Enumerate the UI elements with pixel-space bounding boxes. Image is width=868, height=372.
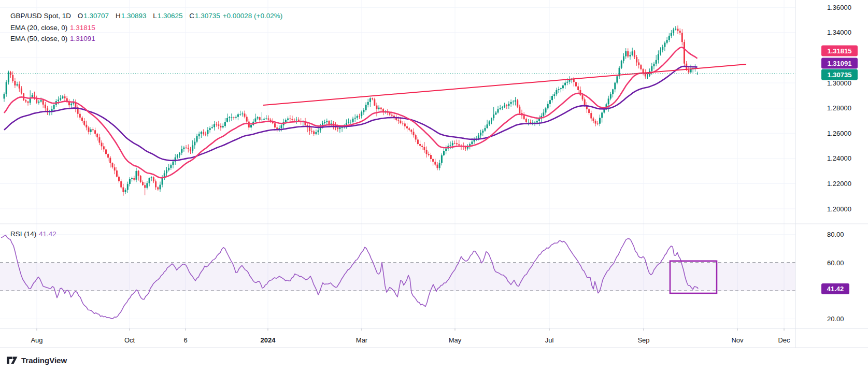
svg-text:1.34000: 1.34000 [827, 28, 851, 36]
svg-text:20.00: 20.00 [827, 315, 844, 323]
svg-text:Sep: Sep [637, 336, 649, 344]
ema50-legend-row[interactable]: EMA (50, close, 0) 1.31091 [10, 34, 95, 43]
svg-text:Jul: Jul [545, 336, 554, 344]
rsi-band [0, 263, 795, 291]
rsi-badge: 41.42 [821, 283, 849, 294]
rsi-legend-row[interactable]: RSI (14) 41.42 [10, 230, 56, 238]
price-badge: 1.31091 [821, 58, 858, 69]
close-value: 1.30735 [195, 12, 220, 20]
svg-text:Oct: Oct [124, 336, 135, 344]
tradingview-logo[interactable]: TradingView [7, 355, 67, 365]
svg-text:1.26000: 1.26000 [827, 130, 851, 137]
ema20-legend-row[interactable]: EMA (20, close, 0) 1.31815 [10, 23, 95, 32]
svg-text:Aug: Aug [31, 336, 42, 344]
ema50-line[interactable] [4, 66, 698, 161]
panel-borders [0, 0, 868, 348]
svg-text:1.24000: 1.24000 [827, 154, 851, 162]
low-key: L [153, 12, 157, 20]
trendline-drawing[interactable] [263, 64, 746, 105]
price-scale[interactable]: 1.360001.340001.300001.280001.260001.240… [821, 4, 858, 323]
symbol-legend-row[interactable]: GBP/USD Spot, 1D O1.30707 H1.30893 L1.30… [10, 11, 282, 20]
svg-text:1.22000: 1.22000 [827, 180, 851, 188]
svg-text:Nov: Nov [731, 336, 744, 344]
svg-text:41.42: 41.42 [827, 285, 844, 293]
svg-text:2024: 2024 [261, 336, 276, 344]
svg-text:Mar: Mar [356, 336, 368, 344]
svg-text:80.00: 80.00 [827, 231, 844, 238]
change-value: +0.00028 (+0.02%) [223, 12, 283, 20]
close-key: C [189, 12, 194, 20]
high-value: 1.30893 [121, 12, 147, 20]
time-scale[interactable]: AugOct62024MarMayJulSepNovDec [31, 328, 790, 344]
svg-text:1.30000: 1.30000 [827, 79, 851, 87]
open-key: O [78, 12, 83, 20]
rsi-label: RSI (14) [10, 230, 36, 238]
svg-text:6: 6 [183, 336, 187, 344]
svg-text:May: May [449, 336, 462, 344]
ema50-value: 1.31091 [70, 35, 95, 42]
svg-text:1.28000: 1.28000 [827, 104, 851, 112]
price-badge: 1.31815 [821, 46, 858, 56]
svg-text:1.30735: 1.30735 [828, 71, 852, 79]
svg-text:1.20000: 1.20000 [827, 205, 851, 213]
svg-text:1.31091: 1.31091 [828, 60, 852, 67]
candles-layer [4, 25, 699, 196]
low-value: 1.30625 [158, 12, 183, 20]
svg-text:1.31815: 1.31815 [828, 47, 852, 55]
svg-text:Dec: Dec [778, 336, 790, 344]
tradingview-chart-window: 1.360001.340001.300001.280001.260001.240… [0, 0, 868, 372]
chart-canvas[interactable]: 1.360001.340001.300001.280001.260001.240… [0, 0, 868, 372]
tradingview-logo-icon [7, 355, 18, 365]
ema20-label: EMA (20, close, 0) [10, 24, 67, 32]
svg-text:60.00: 60.00 [827, 259, 844, 267]
open-value: 1.30707 [83, 12, 109, 20]
high-key: H [116, 12, 121, 20]
svg-text:1.36000: 1.36000 [827, 4, 851, 11]
ema20-value: 1.31815 [70, 24, 95, 32]
price-badge: 1.30735 [821, 69, 858, 80]
rsi-value: 41.42 [39, 230, 56, 238]
ema50-label: EMA (50, close, 0) [10, 35, 67, 42]
tradingview-logo-text: TradingView [21, 356, 67, 365]
symbol-title[interactable]: GBP/USD Spot, 1D [10, 12, 71, 20]
